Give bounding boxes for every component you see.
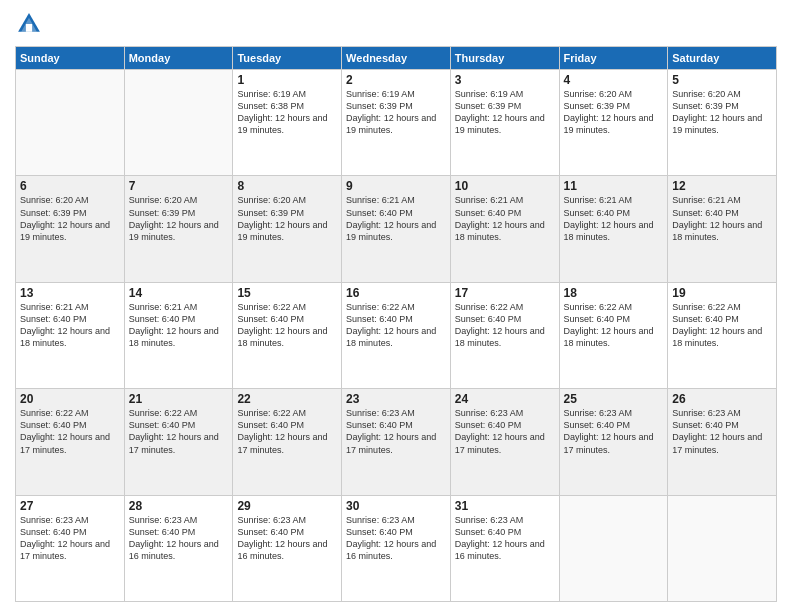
day-info: Sunrise: 6:21 AM Sunset: 6:40 PM Dayligh…: [20, 301, 120, 350]
day-cell: 14Sunrise: 6:21 AM Sunset: 6:40 PM Dayli…: [124, 282, 233, 388]
day-number: 18: [564, 286, 664, 300]
day-cell: 4Sunrise: 6:20 AM Sunset: 6:39 PM Daylig…: [559, 70, 668, 176]
day-number: 23: [346, 392, 446, 406]
day-number: 14: [129, 286, 229, 300]
day-number: 19: [672, 286, 772, 300]
day-cell: 17Sunrise: 6:22 AM Sunset: 6:40 PM Dayli…: [450, 282, 559, 388]
day-cell: 10Sunrise: 6:21 AM Sunset: 6:40 PM Dayli…: [450, 176, 559, 282]
day-number: 31: [455, 499, 555, 513]
day-cell: 3Sunrise: 6:19 AM Sunset: 6:39 PM Daylig…: [450, 70, 559, 176]
day-info: Sunrise: 6:23 AM Sunset: 6:40 PM Dayligh…: [346, 514, 446, 563]
day-info: Sunrise: 6:20 AM Sunset: 6:39 PM Dayligh…: [564, 88, 664, 137]
day-cell: [559, 495, 668, 601]
day-cell: 13Sunrise: 6:21 AM Sunset: 6:40 PM Dayli…: [16, 282, 125, 388]
day-cell: 1Sunrise: 6:19 AM Sunset: 6:38 PM Daylig…: [233, 70, 342, 176]
day-info: Sunrise: 6:23 AM Sunset: 6:40 PM Dayligh…: [20, 514, 120, 563]
weekday-header-row: SundayMondayTuesdayWednesdayThursdayFrid…: [16, 47, 777, 70]
day-cell: [16, 70, 125, 176]
day-info: Sunrise: 6:23 AM Sunset: 6:40 PM Dayligh…: [129, 514, 229, 563]
header: [15, 10, 777, 38]
day-number: 8: [237, 179, 337, 193]
day-cell: 20Sunrise: 6:22 AM Sunset: 6:40 PM Dayli…: [16, 389, 125, 495]
logo-icon: [15, 10, 43, 38]
day-info: Sunrise: 6:22 AM Sunset: 6:40 PM Dayligh…: [129, 407, 229, 456]
day-info: Sunrise: 6:22 AM Sunset: 6:40 PM Dayligh…: [237, 407, 337, 456]
day-info: Sunrise: 6:23 AM Sunset: 6:40 PM Dayligh…: [455, 514, 555, 563]
day-number: 15: [237, 286, 337, 300]
day-cell: 2Sunrise: 6:19 AM Sunset: 6:39 PM Daylig…: [342, 70, 451, 176]
week-row-5: 27Sunrise: 6:23 AM Sunset: 6:40 PM Dayli…: [16, 495, 777, 601]
day-cell: 16Sunrise: 6:22 AM Sunset: 6:40 PM Dayli…: [342, 282, 451, 388]
weekday-header-thursday: Thursday: [450, 47, 559, 70]
weekday-header-sunday: Sunday: [16, 47, 125, 70]
logo: [15, 10, 47, 38]
day-info: Sunrise: 6:21 AM Sunset: 6:40 PM Dayligh…: [455, 194, 555, 243]
day-info: Sunrise: 6:23 AM Sunset: 6:40 PM Dayligh…: [564, 407, 664, 456]
day-number: 30: [346, 499, 446, 513]
day-cell: 27Sunrise: 6:23 AM Sunset: 6:40 PM Dayli…: [16, 495, 125, 601]
day-cell: 7Sunrise: 6:20 AM Sunset: 6:39 PM Daylig…: [124, 176, 233, 282]
day-info: Sunrise: 6:21 AM Sunset: 6:40 PM Dayligh…: [346, 194, 446, 243]
day-cell: 15Sunrise: 6:22 AM Sunset: 6:40 PM Dayli…: [233, 282, 342, 388]
day-info: Sunrise: 6:21 AM Sunset: 6:40 PM Dayligh…: [129, 301, 229, 350]
day-number: 3: [455, 73, 555, 87]
page: SundayMondayTuesdayWednesdayThursdayFrid…: [0, 0, 792, 612]
day-cell: 25Sunrise: 6:23 AM Sunset: 6:40 PM Dayli…: [559, 389, 668, 495]
day-number: 24: [455, 392, 555, 406]
day-number: 20: [20, 392, 120, 406]
day-number: 25: [564, 392, 664, 406]
day-cell: 11Sunrise: 6:21 AM Sunset: 6:40 PM Dayli…: [559, 176, 668, 282]
day-cell: 5Sunrise: 6:20 AM Sunset: 6:39 PM Daylig…: [668, 70, 777, 176]
day-number: 7: [129, 179, 229, 193]
day-cell: [668, 495, 777, 601]
day-cell: 21Sunrise: 6:22 AM Sunset: 6:40 PM Dayli…: [124, 389, 233, 495]
day-info: Sunrise: 6:20 AM Sunset: 6:39 PM Dayligh…: [237, 194, 337, 243]
day-cell: 29Sunrise: 6:23 AM Sunset: 6:40 PM Dayli…: [233, 495, 342, 601]
day-info: Sunrise: 6:23 AM Sunset: 6:40 PM Dayligh…: [237, 514, 337, 563]
day-cell: 9Sunrise: 6:21 AM Sunset: 6:40 PM Daylig…: [342, 176, 451, 282]
day-cell: 6Sunrise: 6:20 AM Sunset: 6:39 PM Daylig…: [16, 176, 125, 282]
day-cell: 19Sunrise: 6:22 AM Sunset: 6:40 PM Dayli…: [668, 282, 777, 388]
day-info: Sunrise: 6:23 AM Sunset: 6:40 PM Dayligh…: [672, 407, 772, 456]
day-info: Sunrise: 6:19 AM Sunset: 6:38 PM Dayligh…: [237, 88, 337, 137]
day-number: 17: [455, 286, 555, 300]
day-info: Sunrise: 6:23 AM Sunset: 6:40 PM Dayligh…: [455, 407, 555, 456]
day-cell: 31Sunrise: 6:23 AM Sunset: 6:40 PM Dayli…: [450, 495, 559, 601]
day-info: Sunrise: 6:22 AM Sunset: 6:40 PM Dayligh…: [346, 301, 446, 350]
day-info: Sunrise: 6:23 AM Sunset: 6:40 PM Dayligh…: [346, 407, 446, 456]
day-info: Sunrise: 6:19 AM Sunset: 6:39 PM Dayligh…: [455, 88, 555, 137]
day-info: Sunrise: 6:20 AM Sunset: 6:39 PM Dayligh…: [20, 194, 120, 243]
day-number: 27: [20, 499, 120, 513]
day-cell: 18Sunrise: 6:22 AM Sunset: 6:40 PM Dayli…: [559, 282, 668, 388]
day-number: 16: [346, 286, 446, 300]
week-row-1: 1Sunrise: 6:19 AM Sunset: 6:38 PM Daylig…: [16, 70, 777, 176]
day-info: Sunrise: 6:22 AM Sunset: 6:40 PM Dayligh…: [237, 301, 337, 350]
svg-rect-2: [26, 24, 32, 32]
day-info: Sunrise: 6:22 AM Sunset: 6:40 PM Dayligh…: [672, 301, 772, 350]
day-number: 11: [564, 179, 664, 193]
day-cell: 23Sunrise: 6:23 AM Sunset: 6:40 PM Dayli…: [342, 389, 451, 495]
day-info: Sunrise: 6:22 AM Sunset: 6:40 PM Dayligh…: [20, 407, 120, 456]
day-number: 6: [20, 179, 120, 193]
week-row-4: 20Sunrise: 6:22 AM Sunset: 6:40 PM Dayli…: [16, 389, 777, 495]
day-number: 12: [672, 179, 772, 193]
day-number: 9: [346, 179, 446, 193]
day-info: Sunrise: 6:21 AM Sunset: 6:40 PM Dayligh…: [564, 194, 664, 243]
day-cell: 8Sunrise: 6:20 AM Sunset: 6:39 PM Daylig…: [233, 176, 342, 282]
week-row-3: 13Sunrise: 6:21 AM Sunset: 6:40 PM Dayli…: [16, 282, 777, 388]
day-number: 2: [346, 73, 446, 87]
day-cell: 24Sunrise: 6:23 AM Sunset: 6:40 PM Dayli…: [450, 389, 559, 495]
day-cell: 28Sunrise: 6:23 AM Sunset: 6:40 PM Dayli…: [124, 495, 233, 601]
weekday-header-saturday: Saturday: [668, 47, 777, 70]
day-info: Sunrise: 6:20 AM Sunset: 6:39 PM Dayligh…: [129, 194, 229, 243]
day-number: 1: [237, 73, 337, 87]
weekday-header-wednesday: Wednesday: [342, 47, 451, 70]
week-row-2: 6Sunrise: 6:20 AM Sunset: 6:39 PM Daylig…: [16, 176, 777, 282]
day-number: 10: [455, 179, 555, 193]
weekday-header-friday: Friday: [559, 47, 668, 70]
day-number: 21: [129, 392, 229, 406]
weekday-header-monday: Monday: [124, 47, 233, 70]
day-number: 13: [20, 286, 120, 300]
day-number: 28: [129, 499, 229, 513]
day-info: Sunrise: 6:19 AM Sunset: 6:39 PM Dayligh…: [346, 88, 446, 137]
